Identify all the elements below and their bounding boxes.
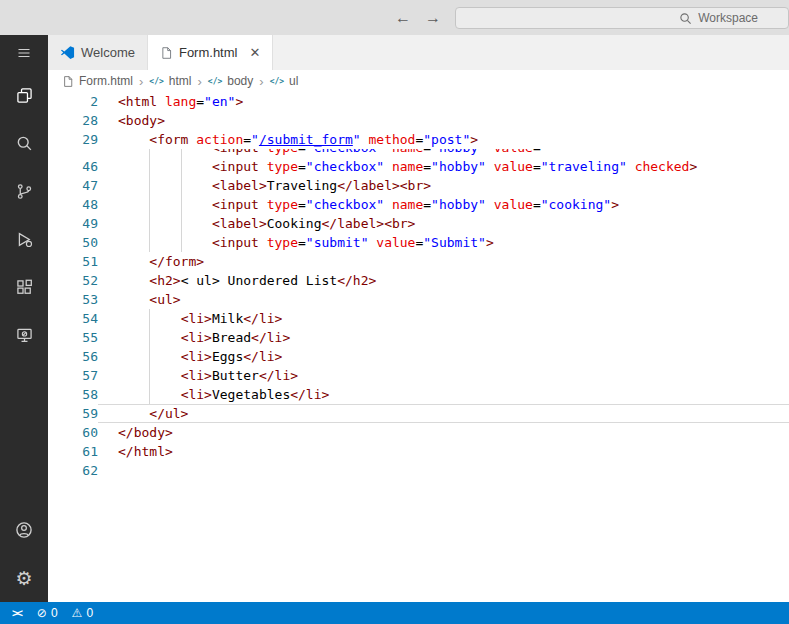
git-branch-icon xyxy=(16,183,33,200)
main-row: ⚙ Welcome Form.html ✕ xyxy=(0,35,789,602)
remote-explorer-button[interactable] xyxy=(0,311,48,359)
line-number[interactable]: 2 xyxy=(48,92,98,111)
source-control-button[interactable] xyxy=(0,167,48,215)
tag-symbol-icon: </> xyxy=(208,77,222,86)
breadcrumb-file[interactable]: Form.html xyxy=(79,74,133,88)
tag-symbol-icon: </> xyxy=(270,77,284,86)
back-button[interactable]: ← xyxy=(388,9,418,27)
code-line[interactable]: 49 <label>Cooking</label><br> xyxy=(48,214,789,233)
line-number[interactable]: 58 xyxy=(48,385,98,404)
code-line[interactable]: 46 <input type="checkbox" name="hobby" v… xyxy=(48,157,789,176)
account-button[interactable] xyxy=(0,506,48,554)
line-number[interactable]: 51 xyxy=(48,252,98,271)
indent-guide xyxy=(149,195,150,214)
line-number[interactable]: 29 xyxy=(48,130,98,149)
code-line[interactable]: 57 <li>Butter</li> xyxy=(48,366,789,385)
run-debug-button[interactable] xyxy=(0,215,48,263)
code-line[interactable]: 60</body> xyxy=(48,423,789,442)
line-number[interactable]: 47 xyxy=(48,176,98,195)
indent-guide xyxy=(149,385,150,404)
code-line[interactable]: 62 xyxy=(48,461,789,480)
code-line[interactable]: 51 </form> xyxy=(48,252,789,271)
line-number[interactable]: 61 xyxy=(48,442,98,461)
code-text: <html lang="en"> xyxy=(98,92,789,111)
indent-guide xyxy=(149,347,150,366)
code-line[interactable]: 55 <li>Bread</li> xyxy=(48,328,789,347)
code-line[interactable]: 29 <form action="/submit_form" method="p… xyxy=(48,130,789,149)
warnings-count: 0 xyxy=(86,606,93,620)
breadcrumb-item-ul[interactable]: ul xyxy=(289,74,298,88)
hamburger-icon xyxy=(16,45,32,61)
line-number[interactable]: 53 xyxy=(48,290,98,309)
clipped-code-line[interactable]: <input type="checkbox" name="hobby" valu… xyxy=(48,149,789,157)
code-line[interactable]: 2<html lang="en"> xyxy=(48,92,789,111)
close-tab-icon[interactable]: ✕ xyxy=(249,45,260,60)
code-text xyxy=(98,461,789,480)
explorer-button[interactable] xyxy=(0,71,48,119)
account-icon xyxy=(15,521,33,539)
editor[interactable]: 2<html lang="en">28<body>29 <form action… xyxy=(48,92,789,602)
code-line[interactable]: 58 <li>Vegetables</li> xyxy=(48,385,789,404)
line-number[interactable]: 48 xyxy=(48,195,98,214)
tab-welcome[interactable]: Welcome xyxy=(48,35,148,70)
code-text: </ul> xyxy=(98,404,789,423)
code-text: <input type="checkbox" name="hobby" valu… xyxy=(98,157,789,176)
code-text: <li>Bread</li> xyxy=(98,328,789,347)
line-number[interactable]: 50 xyxy=(48,233,98,252)
indent-guide xyxy=(149,157,150,176)
code-text: <li>Butter</li> xyxy=(98,366,789,385)
code-line[interactable]: 50 <input type="submit" value="Submit"> xyxy=(48,233,789,252)
indent-guide xyxy=(149,233,150,252)
line-number[interactable]: 57 xyxy=(48,366,98,385)
code-text: <h2>< ul> Unordered List</h2> xyxy=(98,271,789,290)
remote-indicator[interactable]: >< xyxy=(4,602,29,624)
settings-button[interactable]: ⚙ xyxy=(0,554,48,602)
breadcrumb-item-body[interactable]: body xyxy=(227,74,253,88)
search-sidebar-button[interactable] xyxy=(0,119,48,167)
search-icon xyxy=(679,12,692,25)
line-number[interactable]: 54 xyxy=(48,309,98,328)
code-line[interactable]: 47 <label>Traveling</label><br> xyxy=(48,176,789,195)
indent-guide xyxy=(181,195,182,214)
workspace-search-box[interactable]: Workspace xyxy=(455,7,789,29)
tag-symbol-icon: </> xyxy=(149,77,163,86)
line-number[interactable]: 46 xyxy=(48,157,98,176)
line-number[interactable]: 52 xyxy=(48,271,98,290)
vscode-window: ← → Workspace xyxy=(0,0,789,624)
indent-guide xyxy=(149,176,150,195)
indent-guide xyxy=(181,214,182,233)
code-line[interactable]: 48 <input type="checkbox" name="hobby" v… xyxy=(48,195,789,214)
breadcrumb-item-html[interactable]: html xyxy=(169,74,192,88)
line-number[interactable]: 59 xyxy=(48,404,98,423)
line-number[interactable]: 60 xyxy=(48,423,98,442)
line-number[interactable]: 49 xyxy=(48,214,98,233)
code-text: <ul> xyxy=(98,290,789,309)
warnings-icon: ⚠ xyxy=(72,606,83,620)
code-text: <input type="checkbox" name="hobby" valu… xyxy=(98,149,789,157)
line-number[interactable]: 28 xyxy=(48,111,98,130)
line-number[interactable]: 56 xyxy=(48,347,98,366)
extensions-button[interactable] xyxy=(0,263,48,311)
code-text: </html> xyxy=(98,442,789,461)
code-text: <label>Traveling</label><br> xyxy=(98,176,789,195)
code-text: <form action="/submit_form" method="post… xyxy=(98,130,789,149)
code-line[interactable]: 53 <ul> xyxy=(48,290,789,309)
code-line[interactable]: 52 <h2>< ul> Unordered List</h2> xyxy=(48,271,789,290)
line-number[interactable]: 62 xyxy=(48,461,98,480)
code-line[interactable]: 56 <li>Eggs</li> xyxy=(48,347,789,366)
code-line[interactable]: 59 </ul> xyxy=(48,404,789,423)
code-text: <body> xyxy=(98,111,789,130)
chevron-right-icon: › xyxy=(259,74,263,89)
tab-form-html[interactable]: Form.html ✕ xyxy=(148,35,273,70)
line-number[interactable] xyxy=(48,149,98,157)
chevron-right-icon: › xyxy=(139,74,143,89)
code-line[interactable]: 54 <li>Milk</li> xyxy=(48,309,789,328)
code-line[interactable]: 28<body> xyxy=(48,111,789,130)
line-number[interactable]: 55 xyxy=(48,328,98,347)
code-line[interactable]: 61</html> xyxy=(48,442,789,461)
title-bar: ← → Workspace xyxy=(0,0,789,35)
search-icon xyxy=(16,135,33,152)
forward-button[interactable]: → xyxy=(418,9,448,27)
menu-button[interactable] xyxy=(0,35,48,71)
problems-indicator[interactable]: ⊘ 0 ⚠ 0 xyxy=(29,602,101,624)
